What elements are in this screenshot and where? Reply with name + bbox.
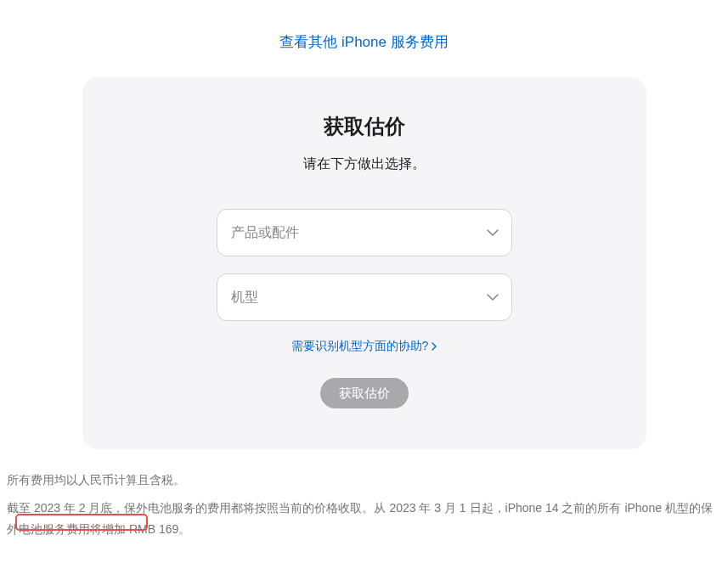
product-select-placeholder: 产品或配件 bbox=[231, 209, 299, 256]
footer-line2: 截至 2023 年 2 月底，保外电池服务的费用都将按照当前的价格收取。从 20… bbox=[7, 498, 724, 540]
card-subtitle: 请在下方做出选择。 bbox=[116, 155, 612, 173]
help-link-label: 需要识别机型方面的协助? bbox=[291, 339, 429, 354]
model-select-placeholder: 机型 bbox=[231, 273, 258, 321]
model-select-wrap: 机型 bbox=[217, 273, 512, 321]
other-iphone-service-fees-link[interactable]: 查看其他 iPhone 服务费用 bbox=[279, 34, 448, 50]
top-link-container: 查看其他 iPhone 服务费用 bbox=[0, 0, 728, 69]
chevron-right-icon bbox=[432, 340, 437, 353]
estimate-card: 获取估价 请在下方做出选择。 产品或配件 机型 bbox=[82, 77, 646, 449]
footer-line1: 所有费用均以人民币计算且含税。 bbox=[7, 470, 724, 491]
help-link-container: 需要识别机型方面的协助? bbox=[116, 338, 612, 354]
select-group: 产品或配件 机型 bbox=[116, 209, 612, 321]
card-title: 获取估价 bbox=[116, 113, 612, 140]
footer-text: 所有费用均以人民币计算且含税。 截至 2023 年 2 月底，保外电池服务的费用… bbox=[7, 470, 724, 541]
identify-model-help-link[interactable]: 需要识别机型方面的协助? bbox=[291, 339, 437, 354]
product-select[interactable]: 产品或配件 bbox=[217, 209, 512, 256]
product-select-wrap: 产品或配件 bbox=[217, 209, 512, 256]
model-select[interactable]: 机型 bbox=[217, 273, 512, 321]
get-estimate-button[interactable]: 获取估价 bbox=[320, 378, 409, 408]
